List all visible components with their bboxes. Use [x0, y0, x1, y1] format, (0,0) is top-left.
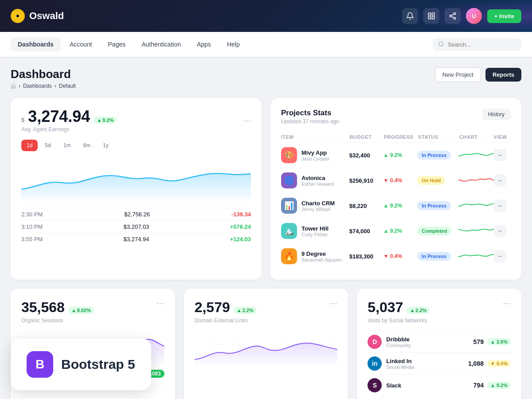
social-count: 794: [473, 382, 484, 389]
earnings-menu[interactable]: ⋯: [243, 117, 251, 125]
project-name: 9 Degree: [301, 250, 342, 257]
time-filter-6m[interactable]: 6m: [78, 140, 96, 151]
project-view-arrow[interactable]: →: [494, 250, 506, 262]
nav-item-authentication[interactable]: Authentication: [134, 37, 188, 51]
breadcrumb-icon: ›: [19, 83, 20, 89]
time-filter-1y[interactable]: 1y: [98, 140, 114, 151]
logo-text: Oswald: [29, 10, 64, 22]
organic-sessions-value: 35,568: [21, 299, 65, 316]
social-info: D Dribbble Community: [368, 335, 411, 349]
project-mini-chart: [458, 174, 494, 187]
project-name: Avionica: [301, 175, 334, 181]
svg-line-12: [442, 45, 444, 46]
bootstrap-icon: B: [27, 351, 53, 378]
nav-item-pages[interactable]: Pages: [101, 37, 133, 51]
top-bar: Oswald U + Invite: [0, 0, 532, 32]
invite-button[interactable]: + Invite: [487, 9, 521, 23]
social-networks-menu[interactable]: ⋯: [503, 299, 511, 307]
bootstrap-text: Bootstrap 5: [61, 357, 135, 372]
time-filter-1m[interactable]: 1m: [58, 140, 76, 151]
project-item-info: 📊 Charto CRM Jenny Wilson: [281, 198, 349, 214]
nav-item-apps[interactable]: Apps: [190, 37, 218, 51]
project-budget: $256,910: [349, 177, 383, 184]
organic-sessions-label: Organic Sessions: [21, 317, 94, 324]
page-title: Dashboard: [11, 67, 76, 81]
svg-rect-4: [432, 17, 434, 19]
nav-item-dashboards[interactable]: Dashboards: [11, 37, 61, 51]
nav-item-account[interactable]: Account: [63, 37, 99, 51]
social-type: Community: [386, 343, 411, 348]
social-row: D Dribbble Community 579 ▲ 2.6%: [368, 331, 511, 352]
page-title-area: Dashboard › Dashboards › Default: [11, 67, 76, 89]
nav-item-help[interactable]: Help: [220, 37, 247, 51]
svg-line-9: [451, 16, 454, 18]
avatar[interactable]: U: [466, 8, 482, 24]
projects-subtitle: Updated 37 minutes ago: [281, 118, 339, 125]
project-row: 📊 Charto CRM Jenny Wilson $8,220 ▲ 9.2% …: [281, 193, 511, 219]
project-view-arrow[interactable]: →: [494, 200, 506, 212]
page-header: Dashboard › Dashboards › Default New Pro…: [11, 67, 521, 89]
social-count: 1,088: [468, 360, 484, 367]
svg-line-10: [451, 14, 454, 16]
project-view-arrow[interactable]: →: [494, 149, 506, 161]
reports-button[interactable]: Reports: [485, 68, 521, 82]
project-icon: 🔥: [281, 248, 297, 264]
social-change: ▲ 2.6%: [487, 338, 511, 345]
project-person: Savannah Nguyen: [301, 257, 342, 262]
project-mini-chart: [458, 224, 494, 238]
notification-icon-btn[interactable]: [402, 8, 418, 24]
domain-links-value: 2,579: [195, 299, 230, 316]
new-project-button[interactable]: New Project: [435, 67, 481, 82]
project-name: Tower Hill: [301, 225, 329, 232]
project-view-arrow[interactable]: →: [494, 174, 506, 187]
project-person: Esther Howard: [301, 181, 334, 187]
project-mini-chart: [458, 199, 494, 212]
earnings-row-3: 3:55 PM $3,274.94 +124.03: [21, 233, 251, 245]
earnings-header: $ 3,274.94 ▲ 9.2% Avg. Agent Earnings: [21, 109, 117, 133]
social-change: ▲ 0.2%: [487, 382, 511, 389]
svg-point-11: [439, 41, 443, 45]
earnings-label: Avg. Agent Earnings: [21, 126, 117, 133]
social-info: S Slack: [368, 378, 401, 392]
project-view-arrow[interactable]: →: [494, 225, 506, 237]
organic-sessions-badge: ▲ 8.02%: [68, 307, 94, 314]
domain-links-card: 2,579 ▲ 2.2% Domain External Links ⋯: [184, 289, 348, 399]
domain-links-menu[interactable]: ⋯: [329, 299, 337, 307]
social-networks-value: 5,037: [368, 299, 403, 316]
history-button[interactable]: History: [482, 109, 511, 120]
svg-rect-3: [432, 13, 434, 15]
project-status: In Process: [417, 201, 458, 210]
layout-icon-btn[interactable]: [423, 8, 439, 24]
organic-sessions-menu[interactable]: ⋯: [156, 299, 164, 307]
domain-links-label: Domain External Links: [195, 317, 257, 324]
project-item-info: 🏔️ Tower Hill Cody Fisher: [281, 223, 349, 239]
time-filter-1d[interactable]: 1d: [21, 140, 38, 151]
earnings-table: 2:30 PM $2,756.26 -139.34 3:10 PM $3,207…: [21, 208, 251, 245]
project-row: 🏔️ Tower Hill Cody Fisher $74,000 ▲ 9.2%…: [281, 219, 511, 244]
logo-area: Oswald: [11, 9, 64, 23]
time-filter-5d[interactable]: 5d: [39, 140, 56, 151]
svg-point-8: [454, 17, 456, 20]
project-mini-chart: [458, 149, 494, 162]
project-icon: 🌀: [281, 172, 297, 188]
project-icon: 🎨: [281, 147, 297, 163]
project-person: Jenny Wilson: [301, 207, 335, 212]
project-row: 🌀 Avionica Esther Howard $256,910 ▼ 0.4%…: [281, 168, 511, 193]
project-progress: ▼ 0.4%: [383, 253, 418, 259]
project-icon: 📊: [281, 198, 297, 214]
earnings-chart: [21, 158, 251, 203]
project-progress: ▼ 0.4%: [383, 177, 418, 184]
project-status: Completed: [417, 227, 458, 235]
project-name: Mivy App: [301, 149, 329, 156]
project-budget: $183,300: [349, 253, 383, 260]
social-row: S Slack 794 ▲ 0.2%: [368, 374, 511, 396]
search-input[interactable]: [448, 41, 516, 48]
earnings-value: 3,274.94: [28, 109, 90, 125]
earnings-row-2: 3:10 PM $3,207.03 +576.24: [21, 220, 251, 233]
social-networks-card: 5,037 ▲ 2.2% Visits by Social Networks ⋯…: [357, 289, 521, 399]
share-icon-btn[interactable]: [445, 8, 461, 24]
page-actions: New Project Reports: [435, 67, 521, 82]
nav-search: [433, 38, 521, 51]
domain-links-badge: ▲ 2.2%: [234, 307, 257, 314]
svg-point-6: [454, 13, 456, 15]
